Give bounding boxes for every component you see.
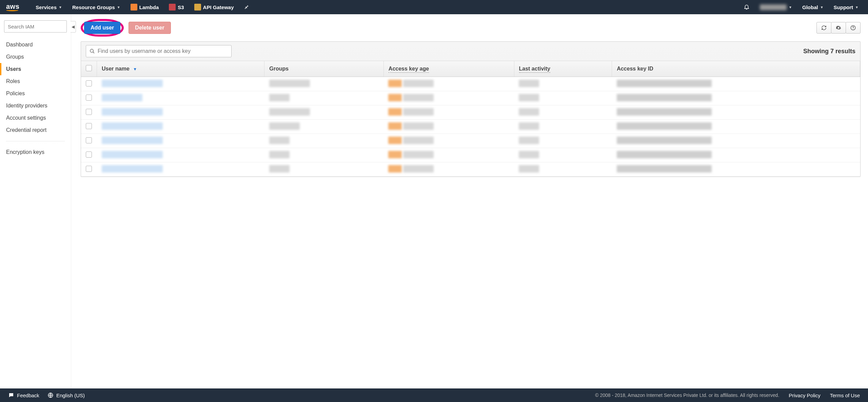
nav-account-menu[interactable]: xxxxxxxx ▼ xyxy=(756,0,795,14)
action-bar: Add user Delete user xyxy=(71,14,868,40)
col-select-all[interactable] xyxy=(81,61,97,77)
account-name-redacted: xxxxxxxx xyxy=(760,4,787,10)
find-users-input[interactable] xyxy=(98,48,228,54)
sidebar-item-account-settings[interactable]: Account settings xyxy=(0,112,71,124)
pin-services-icon[interactable] xyxy=(240,4,253,11)
footer-terms-link[interactable]: Terms of Use xyxy=(830,393,860,398)
caret-down-icon: ▼ xyxy=(117,5,120,9)
row-checkbox-cell[interactable] xyxy=(81,77,97,91)
delete-user-button[interactable]: Delete user xyxy=(129,22,171,34)
col-last-activity[interactable]: Last activity xyxy=(514,61,612,77)
sidebar-item-dashboard[interactable]: Dashboard xyxy=(0,39,71,51)
cell-groups xyxy=(264,91,384,105)
cell-username[interactable] xyxy=(97,120,264,134)
cell-username[interactable] xyxy=(97,148,264,162)
table-row[interactable] xyxy=(81,77,860,91)
help-button[interactable] xyxy=(846,22,861,34)
col-access-key-id[interactable]: Access key ID xyxy=(612,61,860,77)
sort-caret-down-icon: ▼ xyxy=(133,67,137,72)
sidebar-item-label: Policies xyxy=(6,91,25,96)
toolbar-icon-group xyxy=(817,22,861,34)
footer-language[interactable]: English (US) xyxy=(47,392,85,398)
cell-groups xyxy=(264,162,384,177)
add-user-button[interactable]: Add user xyxy=(84,22,120,34)
cell-username[interactable] xyxy=(97,105,264,120)
nav-support-label: Support xyxy=(834,4,853,10)
aws-logo-text: aws xyxy=(6,3,19,10)
cell-last-activity xyxy=(514,105,612,120)
redacted-text xyxy=(388,165,402,173)
table-row[interactable] xyxy=(81,120,860,134)
cell-username[interactable] xyxy=(97,77,264,91)
nav-pinned-s3[interactable]: S3 xyxy=(165,0,187,14)
row-checkbox-cell[interactable] xyxy=(81,105,97,120)
sidebar-item-groups[interactable]: Groups xyxy=(0,51,71,63)
nav-support-menu[interactable]: Support ▼ xyxy=(830,0,862,14)
col-access-key-age[interactable]: Access key age xyxy=(383,61,514,77)
cell-access-key-age xyxy=(383,77,514,91)
sidebar-collapse-toggle[interactable]: ◀ xyxy=(71,21,76,33)
footer: Feedback English (US) © 2008 - 2018, Ama… xyxy=(0,388,868,402)
nav-pinned-apigateway[interactable]: API Gateway xyxy=(191,0,237,14)
row-checkbox-cell[interactable] xyxy=(81,134,97,148)
footer-privacy-link[interactable]: Privacy Policy xyxy=(789,393,820,398)
nav-region-menu[interactable]: Global ▼ xyxy=(799,0,827,14)
svg-point-2 xyxy=(90,49,93,52)
redacted-text xyxy=(102,122,163,130)
nav-region-label: Global xyxy=(802,4,818,10)
refresh-button[interactable] xyxy=(816,22,831,34)
search-iam-input[interactable] xyxy=(4,20,67,33)
svg-line-3 xyxy=(93,52,94,53)
row-checkbox-cell[interactable] xyxy=(81,148,97,162)
redacted-text xyxy=(102,151,163,158)
aws-logo[interactable]: aws xyxy=(6,3,19,11)
row-checkbox-cell[interactable] xyxy=(81,120,97,134)
cell-username[interactable] xyxy=(97,162,264,177)
top-nav: aws Services ▼ Resource Groups ▼ Lambda … xyxy=(0,0,868,14)
redacted-text xyxy=(617,94,712,101)
redacted-text xyxy=(102,94,142,101)
redacted-text xyxy=(269,122,300,130)
redacted-text xyxy=(519,80,539,87)
sidebar-item-roles[interactable]: Roles xyxy=(0,75,71,87)
sidebar-item-policies[interactable]: Policies xyxy=(0,87,71,100)
cell-access-key-age xyxy=(383,148,514,162)
nav-resource-groups[interactable]: Resource Groups ▼ xyxy=(69,0,124,14)
notifications-icon[interactable] xyxy=(740,4,753,11)
cell-groups xyxy=(264,77,384,91)
sidebar-item-identity-providers[interactable]: Identity providers xyxy=(0,100,71,112)
row-checkbox-cell[interactable] xyxy=(81,91,97,105)
cell-username[interactable] xyxy=(97,134,264,148)
footer-feedback[interactable]: Feedback xyxy=(8,392,39,398)
caret-down-icon: ▼ xyxy=(855,5,859,9)
settings-button[interactable] xyxy=(831,22,846,34)
nav-pinned-lambda[interactable]: Lambda xyxy=(127,0,162,14)
cell-groups xyxy=(264,148,384,162)
table-row[interactable] xyxy=(81,105,860,120)
cell-username[interactable] xyxy=(97,91,264,105)
svg-point-1 xyxy=(853,29,853,29)
cell-access-key-id xyxy=(612,120,860,134)
cell-access-key-age xyxy=(383,162,514,177)
find-users-searchbox[interactable] xyxy=(86,45,232,57)
table-row[interactable] xyxy=(81,162,860,177)
redacted-text xyxy=(388,137,402,144)
table-row[interactable] xyxy=(81,148,860,162)
redacted-text xyxy=(519,122,539,130)
footer-language-label: English (US) xyxy=(56,393,85,398)
nav-services[interactable]: Services ▼ xyxy=(32,0,65,14)
redacted-text xyxy=(269,137,290,144)
sidebar-item-encryption-keys[interactable]: Encryption keys xyxy=(0,146,71,158)
sidebar-item-users[interactable]: Users xyxy=(0,63,71,75)
table-row[interactable] xyxy=(81,91,860,105)
table-row[interactable] xyxy=(81,134,860,148)
row-checkbox-cell[interactable] xyxy=(81,162,97,177)
col-groups[interactable]: Groups xyxy=(264,61,384,77)
sidebar-item-credential-report[interactable]: Credential report xyxy=(0,124,71,136)
refresh-icon xyxy=(821,25,827,31)
cell-access-key-age xyxy=(383,91,514,105)
redacted-text xyxy=(388,94,402,101)
search-icon xyxy=(90,48,95,54)
col-username[interactable]: User name ▼ xyxy=(97,61,264,77)
redacted-text xyxy=(617,108,712,116)
